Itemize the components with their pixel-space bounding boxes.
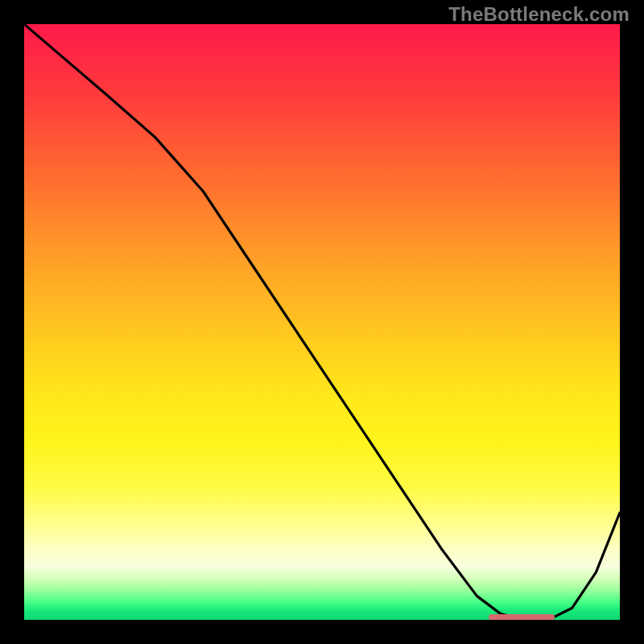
curve-path xyxy=(24,24,620,620)
optimal-range-marker xyxy=(489,614,554,620)
bottleneck-curve xyxy=(24,24,620,620)
chart-frame: TheBottleneck.com xyxy=(0,0,644,644)
plot-area xyxy=(24,24,620,620)
watermark-text: TheBottleneck.com xyxy=(448,3,630,26)
